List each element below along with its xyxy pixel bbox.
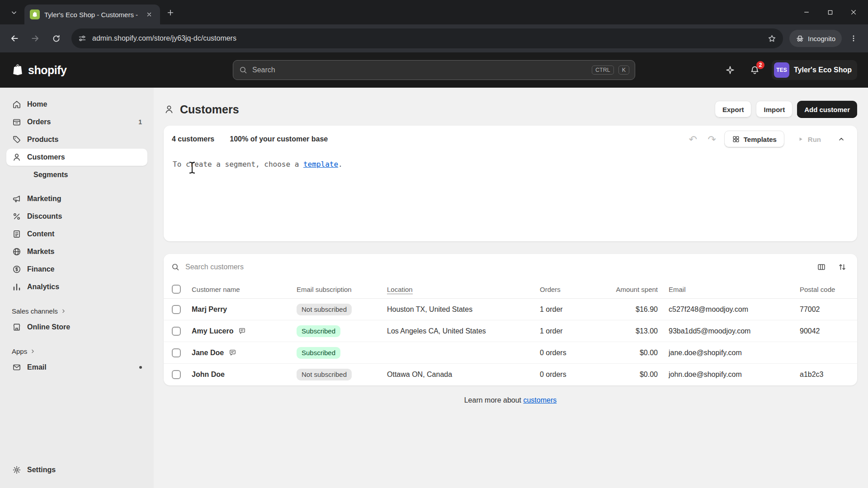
global-search-input[interactable] [252,66,587,74]
column-email-subscription[interactable]: Email subscription [291,280,382,299]
run-button[interactable]: Run [790,131,828,148]
redo-icon[interactable]: ↷ [705,134,719,145]
shopify-logo[interactable]: shopify [11,63,66,77]
orders-count-badge: 1 [138,118,142,126]
sidebar-item-customers[interactable]: Customers [6,149,147,166]
customer-name: Amy Lucero [192,327,233,335]
window-close-button[interactable] [842,0,865,24]
sidebar-item-segments[interactable]: Segments [6,166,147,183]
customers-help-link[interactable]: customers [523,396,557,404]
customer-email: john.doe@shopify.com [663,364,794,385]
sort-icon[interactable] [835,259,850,275]
customer-location: Ottawa ON, Canada [382,364,534,385]
sidebar-item-online-store[interactable]: Online Store [6,319,147,336]
store-menu[interactable]: TES Tyler's Eco Shop [772,60,857,80]
undo-icon[interactable]: ↶ [686,134,700,145]
chevron-right-icon [30,348,36,354]
sidebar-label: Settings [27,466,56,474]
templates-grid-icon [732,135,740,143]
column-postal-code[interactable]: Postal code [794,280,857,299]
sidebar-item-orders[interactable]: Orders 1 [6,113,147,131]
sidebar-item-settings[interactable]: Settings [6,461,147,479]
window-minimize-button[interactable] [795,0,818,24]
forward-button[interactable] [26,29,44,47]
shopify-bag-icon [11,63,24,77]
segment-editor-text-suffix: . [338,160,343,169]
select-all-checkbox[interactable] [172,285,181,294]
column-orders[interactable]: Orders [534,280,598,299]
customer-amount: $13.00 [598,320,663,342]
sales-channels-section[interactable]: Sales channels [6,303,147,319]
sidebar-item-products[interactable]: Products [6,131,147,148]
sidebar-item-home[interactable]: Home [6,96,147,113]
column-amount-spent[interactable]: Amount spent [598,280,663,299]
sidebar-label: Email [27,363,47,371]
customer-row[interactable]: Marj PerryNot subscribedHouston TX, Unit… [164,299,857,320]
sidebar-item-markets[interactable]: Markets [6,243,147,260]
global-search[interactable]: CTRL K [233,60,635,80]
tab-close-icon[interactable] [144,9,155,20]
search-customers-input[interactable] [185,263,808,271]
incognito-label: Incognito [808,35,835,42]
customer-orders: 0 orders [534,342,598,364]
subscription-badge: Not subscribed [297,304,352,315]
customer-email: 93ba1dd5@moodjoy.com [663,320,794,342]
customer-amount: $0.00 [598,364,663,385]
sidebar-item-email[interactable]: Email [6,359,147,376]
browser-toolbar: admin.shopify.com/store/jy63jq-dc/custom… [0,24,868,52]
apps-section[interactable]: Apps [6,343,147,359]
sidebar-item-discounts[interactable]: Discounts [6,208,147,225]
notifications-bell[interactable]: 2 [747,63,762,77]
shopify-favicon [30,9,40,19]
sidebar-item-content[interactable]: Content [6,225,147,243]
template-link[interactable]: template [303,160,338,169]
browser-menu-button[interactable] [844,29,863,47]
edit-columns-icon[interactable] [814,259,829,275]
bookmark-star-icon[interactable] [767,34,777,43]
subscription-badge: Subscribed [297,325,340,337]
sidebar-label: Home [27,100,47,108]
row-checkbox[interactable] [172,305,181,314]
tab-search-button[interactable] [6,5,22,20]
analytics-icon [12,282,22,292]
marketing-icon [12,194,22,204]
sidebar-item-finance[interactable]: Finance [6,261,147,278]
window-maximize-button[interactable] [818,0,842,24]
url-text: admin.shopify.com/store/jy63jq-dc/custom… [92,34,762,42]
customer-postal: 90042 [794,320,857,342]
column-email[interactable]: Email [663,280,794,299]
email-icon [12,362,22,372]
window-controls [795,0,865,24]
site-info-icon[interactable] [78,34,87,43]
browser-tab-active[interactable]: Tyler's Eco Shop - Customers - S [24,5,160,24]
play-icon [797,136,804,143]
sidebar-label: Orders [27,118,51,126]
column-customer-name[interactable]: Customer name [186,280,291,299]
sidebar-item-marketing[interactable]: Marketing [6,190,147,207]
sidebar-item-analytics[interactable]: Analytics [6,278,147,296]
customer-postal: a1b2c3 [794,364,857,385]
finance-icon [12,264,22,274]
orders-icon [12,117,22,127]
products-icon [12,135,22,145]
customer-count-label: 4 customers [172,135,214,143]
row-checkbox[interactable] [172,327,181,336]
address-bar[interactable]: admin.shopify.com/store/jy63jq-dc/custom… [71,28,783,48]
segment-editor[interactable]: To create a segment, choose a template. [164,153,857,241]
customer-row[interactable]: Jane DoeSubscribed0 orders$0.00jane.doe@… [164,342,857,364]
customer-row[interactable]: John DoeNot subscribedOttawa ON, Canada0… [164,364,857,385]
back-button[interactable] [5,29,24,47]
reload-button[interactable] [47,29,65,47]
import-button[interactable]: Import [756,101,793,118]
add-customer-button[interactable]: Add customer [797,101,857,118]
customer-row[interactable]: Amy LuceroSubscribedLos Angeles CA, Unit… [164,320,857,342]
collapse-chevron-icon[interactable] [834,131,849,147]
shortcut-ctrl-key: CTRL [592,66,614,75]
export-button[interactable]: Export [715,101,752,118]
row-checkbox[interactable] [172,370,181,379]
sidekick-icon[interactable] [723,63,737,77]
new-tab-button[interactable] [163,5,178,20]
row-checkbox[interactable] [172,348,181,357]
column-location[interactable]: Location [382,280,534,299]
templates-button[interactable]: Templates [724,131,784,148]
